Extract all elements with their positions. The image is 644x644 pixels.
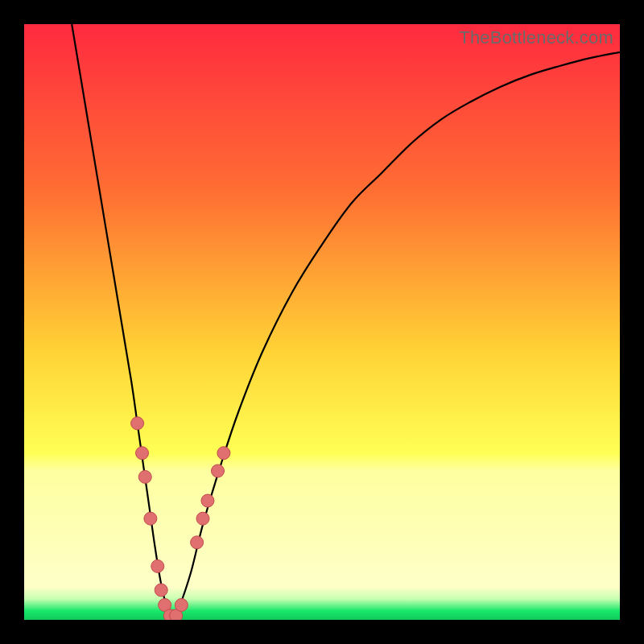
data-point	[201, 494, 214, 507]
data-point	[155, 584, 167, 597]
data-point	[175, 599, 188, 612]
plot-area: TheBottleneck.com	[24, 24, 620, 620]
data-point	[212, 464, 225, 477]
data-point	[138, 470, 151, 483]
chart-svg	[24, 24, 620, 620]
gradient-background	[24, 24, 620, 620]
data-point	[144, 512, 157, 525]
data-point	[131, 417, 144, 430]
watermark-text: TheBottleneck.com	[459, 27, 613, 48]
data-point	[191, 536, 204, 549]
data-point	[136, 447, 149, 460]
data-point	[151, 559, 164, 572]
data-point	[196, 512, 209, 525]
chart-frame: TheBottleneck.com	[0, 0, 644, 644]
data-point	[217, 447, 230, 460]
